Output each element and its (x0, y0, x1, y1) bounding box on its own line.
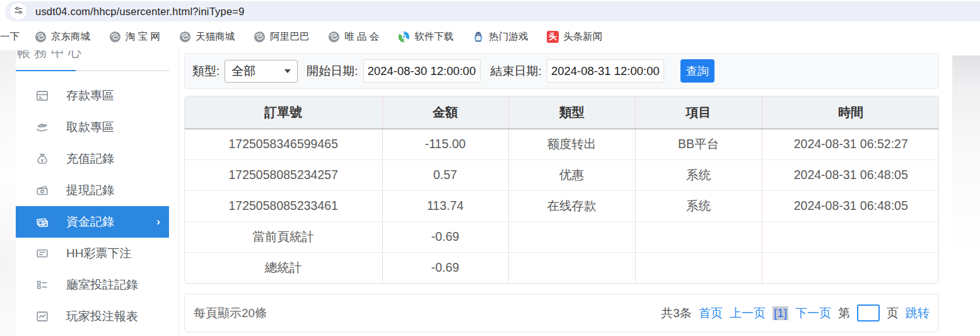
address-bar: usdt04.com/hhcp/usercenter.html?iniType=… (0, 0, 980, 23)
url-pill[interactable]: usdt04.com/hhcp/usercenter.html?iniType=… (5, 1, 980, 21)
cell-time: 2024-08-31 06:48:05 (762, 159, 939, 190)
filter-panel: 類型: 全部 開始日期: 結束日期: 查詢 (184, 53, 939, 89)
cell-label: 當前頁統計 (185, 221, 382, 252)
pagination-controls: 共3条 首页 上一页 [1] 下一页 第 页 跳转 (654, 304, 930, 322)
browser-window: usdt04.com/hhcp/usercenter.html?iniType=… (0, 0, 980, 336)
table-row: 1725058085233461 113.74 在线存款 系统 2024-08-… (185, 190, 939, 221)
banknote-out-icon (35, 183, 50, 198)
sidebar-item-player-bet-report[interactable]: 玩家投注報表 (16, 301, 169, 332)
end-date-label: 結束日期: (491, 63, 542, 79)
col-header-time: 時間 (762, 96, 939, 129)
end-date-input[interactable] (547, 59, 664, 83)
cell-item: 系统 (635, 190, 762, 221)
page-background-left (0, 50, 16, 336)
jump-suffix-text: 页 (887, 305, 899, 322)
bookmark-label: 淘 宝 网 (125, 30, 160, 43)
prev-page-link[interactable]: 上一页 (730, 305, 766, 322)
table-row-grand-total: 總統計 -0.69 (185, 252, 939, 283)
next-page-link[interactable]: 下一页 (795, 305, 831, 322)
total-count-text: 共3条 (661, 305, 692, 322)
download-blue-green-icon (398, 31, 410, 43)
sidebar: 帳務中心 存款專區 (16, 50, 169, 336)
sidebar-item-withdraw-record[interactable]: 提現記錄 (16, 175, 169, 206)
cell-amount: -0.69 (382, 252, 508, 283)
first-page-link[interactable]: 首页 (699, 305, 723, 322)
type-select-value: 全部 (231, 63, 255, 79)
chevron-down-icon (284, 69, 291, 73)
type-label: 類型: (192, 63, 219, 79)
cell-order-no: 1725058346599465 (185, 129, 382, 159)
main-content: 類型: 全部 開始日期: 結束日期: 查詢 訂單號 (184, 50, 939, 336)
sidebar-item-label: 玩家投注報表 (66, 308, 138, 325)
sidebar-header-clipped-text: 帳務中心 (16, 50, 169, 61)
cell-label: 總統計 (185, 252, 382, 283)
bookmark-label: 一下 (0, 30, 20, 43)
sidebar-item-withdraw-zone[interactable]: 取款專區 (16, 112, 169, 143)
sidebar-item-recharge-record[interactable]: 充值記錄 (16, 143, 169, 175)
page-size-text: 每頁顯示20條 (194, 305, 267, 322)
sidebar-item-hh-lottery-bet[interactable]: HH彩票下注 (16, 238, 169, 269)
table-row-page-total: 當前頁統計 -0.69 (185, 221, 939, 252)
sidebar-item-hall-bet-record[interactable]: 廳室投註記錄 (16, 269, 169, 301)
page-background-right (952, 55, 980, 245)
page-body: 帳務中心 存款專區 (0, 50, 980, 336)
cell-order-no: 1725058085233461 (185, 190, 382, 221)
jump-button[interactable]: 跳转 (906, 305, 930, 322)
bookmark-vip[interactable]: 唯 品 会 (328, 30, 379, 43)
bookmark-software-download[interactable]: 软件下载 (398, 30, 453, 43)
table-row: 1725058346599465 -115.00 额度转出 BB平台 2024-… (185, 129, 939, 159)
table-header-row: 訂單號 金額 類型 項目 時間 (185, 96, 939, 129)
cell-amount: -115.00 (382, 129, 508, 159)
cell-item: BB平台 (635, 129, 762, 159)
bookmark-label: 阿里巴巴 (270, 30, 309, 43)
sidebar-header: 帳務中心 (16, 50, 169, 64)
cell-time: 2024-08-31 06:52:27 (762, 129, 939, 159)
deposit-machine-icon (35, 88, 50, 103)
cell-amount: -0.69 (382, 221, 508, 252)
col-header-amount: 金額 (382, 96, 508, 129)
bookmark-taobao[interactable]: 淘 宝 网 (109, 30, 160, 43)
site-settings-icon (14, 6, 23, 18)
chart-report-icon (35, 309, 50, 324)
sidebar-item-label: HH彩票下注 (66, 245, 131, 262)
query-button[interactable]: 查詢 (680, 59, 715, 83)
bookmark-clipped[interactable]: 一下 (0, 30, 20, 43)
cell-item: 系统 (635, 159, 762, 190)
cell-type: 优惠 (508, 159, 635, 190)
pagination-bar: 每頁顯示20條 共3条 首页 上一页 [1] 下一页 第 页 跳转 (184, 294, 939, 332)
url-text[interactable]: usdt04.com/hhcp/usercenter.html?iniType=… (35, 6, 245, 18)
col-header-type: 類型 (508, 96, 635, 129)
jump-prefix-text: 第 (838, 305, 850, 322)
sidebar-item-label: 存款專區 (66, 88, 114, 104)
sidebar-item-label: 廳室投註記錄 (66, 277, 138, 293)
sidebar-menu: 存款專區 取款專區 (16, 80, 169, 332)
globe-gray-icon (328, 31, 340, 43)
page-jump-input[interactable] (857, 304, 880, 322)
globe-gray-icon (109, 31, 121, 43)
site-settings-button[interactable] (10, 3, 26, 20)
cell-type: 在线存款 (508, 190, 635, 221)
sidebar-divider (178, 50, 179, 336)
start-date-input[interactable] (363, 59, 481, 83)
withdraw-hand-icon (35, 120, 50, 135)
start-date-label: 開始日期: (306, 63, 358, 79)
bookmark-alibaba[interactable]: 阿里巴巴 (254, 30, 309, 43)
bookmark-toutiao-news[interactable]: 头 头条新闻 (547, 30, 602, 43)
type-select[interactable]: 全部 (225, 60, 298, 83)
bookmark-tmall[interactable]: 天猫商城 (179, 30, 235, 43)
table-row: 1725058085234257 0.57 优惠 系统 2024-08-31 0… (185, 159, 939, 190)
bookmark-hot-games[interactable]: 热门游戏 (472, 30, 528, 43)
sidebar-item-deposit-zone[interactable]: 存款專區 (16, 80, 169, 112)
globe-gray-icon (35, 31, 47, 43)
bookmark-label: 热门游戏 (489, 30, 528, 43)
globe-gray-icon (179, 31, 191, 43)
bookmark-jd[interactable]: 京东商城 (35, 30, 90, 43)
sidebar-item-label: 資金記錄 (66, 214, 114, 230)
records-table: 訂單號 金額 類型 項目 時間 1725058346599465 -115.00… (184, 96, 939, 284)
bookmark-label: 唯 品 会 (344, 30, 379, 43)
col-header-order-no: 訂單號 (185, 96, 382, 129)
col-header-item: 項目 (635, 96, 762, 129)
sidebar-item-funds-record[interactable]: 資金記錄 › (16, 206, 169, 238)
cash-stack-icon (35, 214, 50, 229)
cell-amount: 113.74 (382, 190, 508, 221)
